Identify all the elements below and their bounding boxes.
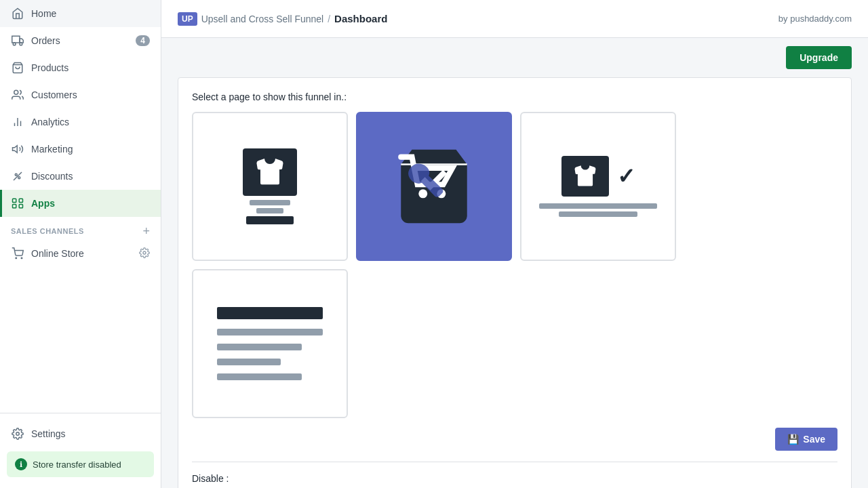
svg-point-19 [143, 251, 146, 254]
sidebar: Home Orders 4 Products Customers A [0, 0, 161, 488]
sidebar-item-analytics-label: Analytics [31, 117, 69, 127]
sidebar-footer: Settings ℹ Store transfer disabled [0, 413, 161, 488]
svg-marker-1 [20, 39, 23, 43]
save-row: 💾 Save [192, 428, 837, 451]
discounts-icon [11, 169, 24, 183]
settings-label: Settings [31, 428, 66, 439]
check-icon: ✓ [617, 163, 635, 189]
page-options: ✓ [192, 112, 837, 418]
sidebar-item-marketing[interactable]: Marketing [0, 136, 161, 163]
product-line2 [256, 208, 283, 214]
sidebar-item-marketing-label: Marketing [31, 144, 73, 155]
svg-point-20 [16, 432, 20, 436]
store-transfer-bar: ℹ Store transfer disabled [7, 451, 154, 477]
sidebar-item-apps-label: Apps [31, 198, 55, 209]
divider1 [192, 462, 837, 462]
receipt-line1 [217, 329, 322, 336]
page-option-cart[interactable] [356, 112, 512, 261]
sidebar-item-orders-label: Orders [31, 35, 60, 46]
svg-rect-14 [19, 199, 22, 202]
svg-point-11 [18, 177, 20, 179]
order-icon: ✓ [561, 156, 635, 197]
breadcrumb-current-page: Dashboard [334, 13, 387, 24]
settings-icon [11, 427, 24, 441]
svg-line-12 [14, 172, 22, 180]
sidebar-item-home-label: Home [31, 8, 56, 19]
order-lines [532, 203, 664, 217]
online-store-icon [11, 247, 24, 260]
product-line3 [246, 216, 294, 224]
products-icon [11, 61, 24, 75]
sidebar-item-online-store[interactable]: Online Store [0, 240, 161, 267]
upgrade-bar: Upgrade [161, 38, 868, 77]
apps-icon [11, 197, 24, 210]
disable-section: Disable : Mobile Only Desktop All No [192, 473, 837, 488]
product-tshirt-icon [243, 148, 297, 196]
save-label: Save [803, 434, 825, 445]
upgrade-button[interactable]: Upgrade [786, 46, 852, 69]
customers-icon [11, 88, 24, 102]
svg-marker-9 [13, 146, 18, 153]
sidebar-item-discounts[interactable]: Discounts [0, 163, 161, 190]
sidebar-nav: Home Orders 4 Products Customers A [0, 0, 161, 413]
svg-point-2 [13, 43, 16, 45]
online-store-settings-icon [139, 247, 150, 260]
funnel-card: Select a page to show this funnel in.: [178, 77, 852, 488]
store-transfer-label: Store transfer disabled [33, 460, 121, 470]
sidebar-item-apps[interactable]: Apps [0, 190, 161, 217]
receipt-line4 [217, 373, 301, 380]
sidebar-item-settings[interactable]: Settings [0, 420, 161, 447]
page-option-receipt[interactable] [192, 269, 348, 418]
svg-rect-0 [12, 36, 20, 43]
sidebar-item-products-label: Products [31, 62, 68, 73]
svg-point-22 [418, 189, 427, 198]
marketing-icon [11, 142, 24, 156]
analytics-icon [11, 115, 24, 129]
receipt-header-line [217, 307, 322, 319]
breadcrumb-separator: / [328, 14, 330, 24]
sidebar-item-products[interactable]: Products [0, 54, 161, 81]
page-option-order-inner: ✓ [521, 113, 675, 260]
sidebar-item-discounts-label: Discounts [31, 171, 73, 182]
breadcrumb-app-name: Upsell and Cross Sell Funnel [201, 14, 324, 24]
page-option-product-inner [193, 113, 347, 260]
sidebar-item-orders[interactable]: Orders 4 [0, 27, 161, 54]
page-selector-label: Select a page to show this funnel in.: [192, 92, 837, 102]
save-button[interactable]: 💾 Save [775, 428, 837, 451]
content-area: Upgrade Select a page to show this funne… [161, 38, 868, 488]
add-sales-channel-button[interactable]: + [142, 225, 150, 237]
cart-icon-wrap [390, 142, 478, 230]
sales-channels-header: SALES CHANNELS + [0, 217, 161, 240]
topbar-by-text: by pushdaddy.com [778, 14, 852, 24]
svg-rect-13 [13, 199, 16, 202]
disable-label: Disable : [192, 473, 837, 484]
page-option-product[interactable] [192, 112, 348, 261]
receipt-icon [217, 307, 322, 380]
main-area: UP Upsell and Cross Sell Funnel / Dashbo… [161, 0, 868, 488]
svg-point-3 [20, 43, 22, 45]
sidebar-item-online-store-label: Online Store [31, 248, 84, 259]
sidebar-item-home[interactable]: Home [0, 0, 161, 27]
svg-rect-16 [19, 205, 22, 208]
sidebar-item-customers-label: Customers [31, 89, 77, 100]
orders-icon [11, 34, 24, 47]
page-option-cart-inner [357, 113, 511, 260]
home-icon [11, 7, 24, 20]
sidebar-item-analytics[interactable]: Analytics [0, 108, 161, 136]
save-icon: 💾 [787, 434, 799, 445]
svg-rect-15 [13, 205, 16, 208]
sidebar-item-customers[interactable]: Customers [0, 81, 161, 108]
svg-point-18 [21, 258, 22, 259]
svg-point-10 [15, 174, 17, 176]
svg-point-17 [16, 258, 17, 259]
page-option-order[interactable]: ✓ [520, 112, 676, 261]
product-line1 [250, 200, 290, 205]
app-logo: UP [178, 12, 197, 26]
topbar: UP Upsell and Cross Sell Funnel / Dashbo… [161, 0, 868, 38]
store-transfer-icon: ℹ [15, 458, 27, 470]
orders-badge: 4 [136, 35, 150, 46]
receipt-line3 [217, 359, 280, 365]
page-option-receipt-inner [193, 270, 347, 417]
svg-point-5 [14, 90, 18, 94]
order-tshirt-icon [561, 156, 609, 197]
